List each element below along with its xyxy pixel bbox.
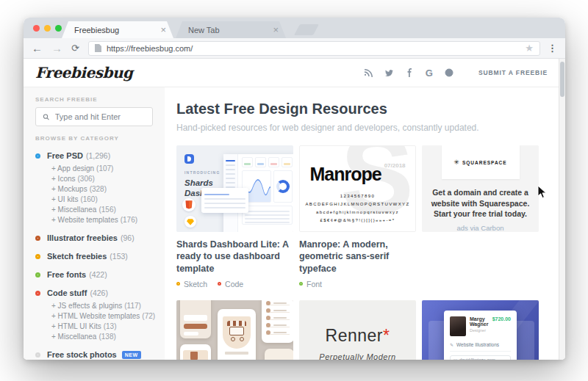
site-body: SEARCH FREEBIE BROWSE BY CATEGORY Free P…: [24, 87, 565, 360]
scrollbar[interactable]: [559, 59, 565, 360]
ads-via-carbon-link[interactable]: ads via Carbon: [457, 224, 504, 232]
font-name: Manrope: [309, 164, 381, 185]
category-dot-icon: [35, 352, 40, 358]
tab-title: Freebiesbug: [74, 26, 156, 35]
renner-thumbnail[interactable]: Renner* Perpetually Modern: [299, 300, 416, 360]
new-badge: NEW: [122, 351, 141, 359]
mail-icon: ✉: [453, 358, 457, 360]
category-label: Free PSD: [47, 151, 83, 160]
ad-text[interactable]: Get a domain and create a website with S…: [429, 187, 531, 219]
category-dot-icon: [35, 291, 40, 296]
search-icon: [43, 113, 50, 121]
category-count: (1,296): [86, 151, 110, 160]
site-header: Freebiesbug G SUBMIT A FREEBIE: [24, 59, 565, 87]
card-tags: Sketch Code: [176, 280, 293, 289]
tab-freebiesbug[interactable]: Freebiesbug ×: [62, 21, 173, 38]
tag-font[interactable]: Font: [299, 280, 322, 289]
search-box[interactable]: [35, 107, 153, 126]
specimen-footer: A SANS SERIF FONT I DREAMED ABOUT: [300, 231, 415, 232]
sidebar-item-miscellanea-code[interactable]: + Miscellanea(138): [51, 333, 153, 341]
scrollbar-thumb[interactable]: [560, 62, 564, 97]
dribbble-icon[interactable]: [445, 68, 453, 77]
sidebar-item-ui-kits[interactable]: + UI kits(160): [51, 195, 153, 203]
payment-ad-thumbnail[interactable]: Margy Wagner Designer $720.00 ✎ Website …: [422, 300, 539, 360]
sidebar-item-website-templates[interactable]: + Website templates(176): [51, 216, 153, 224]
window-controls: [33, 25, 62, 32]
browser-menu-icon[interactable]: ⋮: [548, 43, 557, 54]
manrope-thumbnail[interactable]: S Manrope07/2018 1234567890 ABCDEFGHIJKL…: [299, 145, 416, 232]
email-field: ✉david@winze.com: [450, 355, 511, 360]
search-input[interactable]: [55, 112, 146, 121]
squarespace-ad[interactable]: ✳ SQUARESPACE Get a domain and create a …: [422, 145, 539, 232]
glyph-row: £$€¢#@&%§?!()[]{}«»+-=*: [300, 218, 415, 222]
sidebar-item-free-fonts[interactable]: Free fonts (422): [35, 270, 153, 279]
sidebar-item-code-stuff[interactable]: Code stuff (426): [35, 289, 153, 297]
card-title[interactable]: Manrope: A modern, geometric sans-serif …: [299, 239, 416, 275]
mini-card-mockup: [201, 188, 248, 213]
sidebar-item-mockups[interactable]: + Mockups(328): [51, 185, 153, 193]
category-dot-icon: [35, 254, 40, 259]
shards-thumbnail[interactable]: INTRODUCING Shards Dashboards: [176, 145, 293, 232]
search-freebie-label: SEARCH FREEBIE: [35, 96, 153, 103]
bookmark-star-icon[interactable]: ★: [525, 43, 534, 53]
font-date: 07/2018: [384, 162, 406, 169]
squarespace-wordmark: SQUARESPACE: [462, 160, 507, 165]
category-dot-icon: [35, 236, 40, 241]
reload-button[interactable]: ⟳: [71, 43, 79, 53]
address-bar[interactable]: https://freebiesbug.com/ ★: [88, 41, 540, 56]
resource-card-coffee: Coffee app design template for Sketch Sk…: [176, 300, 293, 360]
main-content: Latest Free Design Resources Hand-picked…: [165, 87, 565, 360]
close-tab-icon[interactable]: ×: [160, 25, 166, 35]
sidebar-item-stock-photos[interactable]: Free stock photos NEW: [35, 350, 153, 359]
sidebar-item-free-psd[interactable]: Free PSD (1,296): [35, 151, 153, 160]
forward-button[interactable]: →: [51, 43, 62, 54]
sidebar-item-html-templates[interactable]: + HTML Website templates(72): [51, 312, 153, 320]
facebook-icon[interactable]: [405, 68, 414, 77]
rss-icon[interactable]: [364, 68, 373, 77]
code-subcategories: + JS effects & plugins(117) + HTML Websi…: [51, 302, 153, 341]
submit-freebie-link[interactable]: SUBMIT A FREEBIE: [478, 69, 548, 76]
close-tab-icon[interactable]: ×: [273, 25, 279, 35]
tag-sketch[interactable]: Sketch: [176, 280, 207, 289]
coffee-thumbnail[interactable]: [176, 300, 293, 360]
sidebar-item-html-ui-kits[interactable]: + HTML UI Kits(13): [51, 322, 153, 330]
squarespace-mark-icon: ✳: [453, 159, 459, 166]
glyph-row: 1234567890: [300, 194, 415, 198]
tag-code[interactable]: Code: [218, 280, 243, 289]
sidebar: SEARCH FREEBIE BROWSE BY CATEGORY Free P…: [24, 87, 165, 360]
card-title[interactable]: Shards Dashboard Lite: A ready to use da…: [176, 239, 293, 275]
zoom-window-button[interactable]: [55, 25, 62, 32]
new-tab-button[interactable]: [294, 24, 319, 35]
payment-form-mockup: Margy Wagner Designer $720.00 ✎ Website …: [444, 311, 517, 360]
sidebar-item-icons[interactable]: + Icons(306): [51, 175, 153, 183]
sidebar-item-miscellanea-psd[interactable]: + Miscellanea(156): [51, 206, 153, 214]
amount: $720.00: [492, 316, 511, 336]
resource-card-shards: INTRODUCING Shards Dashboards: [176, 145, 293, 289]
browser-window: Freebiesbug × New Tab × ← → ⟳ https://fr…: [24, 18, 565, 360]
browser-toolbar: ← → ⟳ https://freebiesbug.com/ ★ ⋮: [24, 38, 565, 59]
pencil-icon: ✎: [450, 342, 453, 347]
tag-dot-icon: [218, 282, 221, 286]
sidebar-item-js-effects[interactable]: + JS effects & plugins(117): [51, 302, 153, 310]
twitter-icon[interactable]: [384, 68, 393, 77]
font-name: Renner: [326, 326, 383, 345]
tab-new-tab[interactable]: New Tab ×: [176, 21, 286, 38]
font-tagline: Perpetually Modern: [319, 352, 395, 360]
tag-dot-icon: [176, 282, 180, 286]
sidebar-item-illustrator[interactable]: Illustrator freebies (96): [35, 233, 153, 242]
shards-logo-icon: [184, 154, 194, 164]
sidebar-item-sketch[interactable]: Sketch freebies (153): [35, 252, 153, 261]
google-icon[interactable]: G: [426, 68, 433, 78]
sidebar-item-app-design[interactable]: + App design(107): [51, 164, 153, 173]
minimize-window-button[interactable]: [44, 25, 51, 32]
back-button[interactable]: ←: [32, 43, 43, 54]
page-title: Latest Free Design Resources: [176, 101, 539, 117]
tab-title: New Tab: [188, 26, 268, 35]
site-logo[interactable]: Freebiesbug: [35, 64, 132, 81]
resource-card-manrope: S Manrope07/2018 1234567890 ABCDEFGHIJKL…: [299, 145, 416, 289]
category-dot-icon: [35, 272, 40, 277]
close-window-button[interactable]: [33, 25, 40, 32]
payment-ad: Margy Wagner Designer $720.00 ✎ Website …: [422, 300, 539, 360]
phone-mockup: [180, 344, 211, 360]
resource-card-renner: Renner* Perpetually Modern Renner*: A fr…: [299, 300, 416, 360]
